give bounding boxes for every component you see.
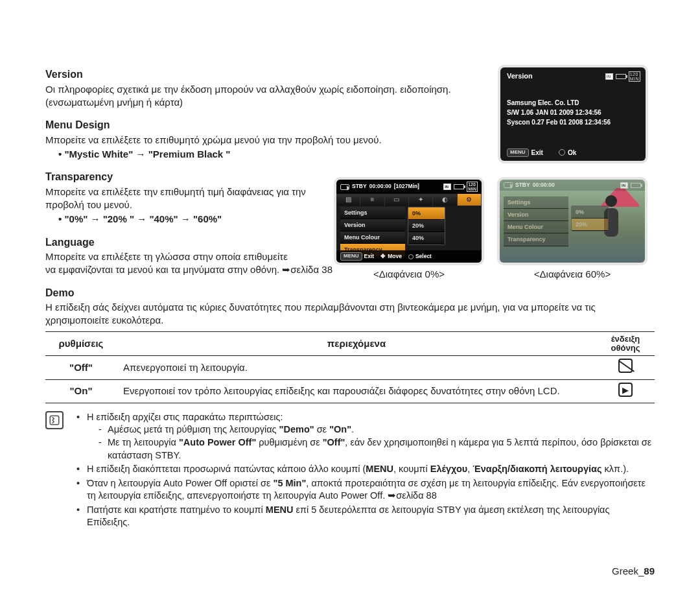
note-icon	[45, 411, 64, 429]
text-version: Οι πληροφορίες σχετικά με την έκδοση μπο…	[45, 83, 499, 110]
select-circle-icon	[408, 254, 414, 259]
stby-time: 00:00:00	[369, 183, 391, 190]
stby-top-bar-faded: STBY 00:00:00	[500, 180, 645, 191]
menu-design-option: "Mystic White" → "Premium Black "	[58, 148, 499, 161]
card-in-icon	[443, 184, 451, 190]
settings-menu-list: Settings Version Menu Colour Transparenc…	[340, 207, 405, 257]
exit-label: Exit	[531, 148, 543, 158]
text-language-1: Μπορείτε να επιλέξετε τη γλώσσα στην οπο…	[45, 250, 331, 263]
popout-option-0[interactable]: 0%	[572, 206, 608, 219]
popout-option-0[interactable]: 0%	[408, 208, 445, 220]
note-item: Πατήστε και κρατήστε πατημένο το κουμπί …	[74, 504, 655, 529]
transparency-options: "0%" → "20% " → "40%" → "60%"	[58, 213, 331, 226]
stby-panel-60pct: STBY 00:00:00 Settings Version Menu Colo…	[497, 177, 648, 265]
caption-60pct: <Διαφάνεια 60%>	[497, 268, 648, 281]
heading-menu-design: Menu Design	[45, 118, 499, 132]
cell-off-desc: Απενεργοποιεί τη λειτουργία.	[117, 356, 596, 379]
notes-list: Η επίδειξη αρχίζει στις παρακάτω περιπτώ…	[74, 411, 655, 530]
cell-on-desc: Ενεργοποιεί τον τρόπο λειτουργίας επίδει…	[117, 379, 596, 403]
page-number: Greek_89	[612, 565, 655, 578]
version-panel-body: Samsung Elec. Co. LTD S/W 1.06 JAN 01 20…	[507, 98, 639, 127]
caption-0pct: <Διαφάνεια 0%>	[334, 268, 484, 281]
menu-row-version[interactable]: Version	[504, 209, 568, 221]
heading-language: Language	[45, 235, 331, 250]
select-hint: Select	[408, 253, 432, 260]
popout-option-20[interactable]: 20%	[572, 219, 608, 231]
heading-version: Version	[45, 67, 499, 82]
transparency-popout-faded: 0% 20%	[571, 206, 609, 231]
th-contents: περιεχόμενα	[117, 331, 596, 356]
th-indicator: ένδειξη οθόνης	[596, 331, 655, 356]
note-sub-item: Αμέσως μετά τη ρύθμιση της λειτουργίας "…	[99, 423, 655, 436]
menu-pill-icon: MENU	[507, 148, 529, 157]
stby-bottom-bar: MENUExit ✥Move Select	[336, 250, 482, 263]
table-row: "On" Ενεργοποιεί τον τρόπο λειτουργίας ε…	[45, 379, 655, 403]
menu-row-settings[interactable]: Settings	[504, 196, 568, 209]
table-row: "Off" Απενεργοποιεί τη λειτουργία.	[45, 356, 655, 379]
stby-panel-0pct: STBY 00:00:00 [1027Min] 120MIN ▤ ≡ ▭ ✦ ◐	[334, 177, 484, 265]
version-sw: S/W 1.06 JAN 01 2009 12:34:56	[507, 108, 639, 117]
version-ok-button[interactable]: Ok	[559, 148, 576, 158]
heading-transparency: Transparency	[45, 170, 331, 184]
menu-row-settings[interactable]: Settings	[340, 207, 405, 219]
text-transparency: Μπορείτε να επιλέξετε την επιθυμητή τιμή…	[45, 185, 331, 212]
cell-on-label: "On"	[45, 379, 117, 403]
toolbar-tile-icon[interactable]: ≡	[360, 194, 384, 206]
ok-circle-icon	[559, 149, 565, 156]
menu-row-version[interactable]: Version	[340, 219, 405, 231]
toolbar-icons: ▤ ≡ ▭ ✦ ◐ ⚙	[336, 194, 482, 206]
toolbar-tile-icon[interactable]: ▤	[336, 194, 360, 206]
move-hint: ✥Move	[380, 253, 402, 260]
card-in-icon	[620, 182, 628, 189]
text-menu-design: Μπορείτε να επιλέξετε το επιθυμητό χρώμα…	[45, 134, 499, 147]
th-settings: ρυθμίσεις	[45, 331, 117, 356]
note-sub-item: Με τη λειτουργία "Auto Power Off" ρυθμισ…	[99, 436, 655, 462]
note-item: Όταν η λειτουργία Auto Power Off οριστεί…	[74, 477, 655, 503]
heading-demo: Demo	[45, 286, 655, 300]
card-in-icon	[605, 73, 613, 80]
transparency-popout: 0% 20% 40%	[408, 207, 445, 245]
toolbar-tile-icon[interactable]: ⚙	[458, 194, 482, 206]
text-demo: Η επίδειξη σάς δείχνει αυτόματα τις κύρι…	[45, 301, 655, 327]
dpad-icon: ✥	[380, 253, 386, 260]
demo-table: ρυθμίσεις περιεχόμενα ένδειξη οθόνης "Of…	[45, 331, 655, 403]
svg-rect-0	[50, 416, 59, 425]
minutes-icon: 120MIN	[467, 182, 478, 192]
battery-icon	[454, 184, 464, 189]
menu-row-menu-colour[interactable]: Menu Colour	[340, 231, 405, 244]
stby-top-bar: STBY 00:00:00 [1027Min] 120MIN	[336, 180, 482, 194]
popout-option-40[interactable]: 40%	[408, 232, 445, 244]
stby-label: STBY	[352, 183, 367, 190]
toolbar-tile-icon[interactable]: ▭	[385, 194, 409, 206]
version-exit-button[interactable]: MENU Exit	[507, 148, 543, 158]
version-panel-status-icons: 120MIN	[605, 71, 640, 82]
battery-icon	[616, 74, 626, 79]
stby-remain: [1027Min]	[394, 183, 419, 190]
popout-option-20[interactable]: 20%	[408, 220, 445, 232]
toolbar-tile-icon[interactable]: ✦	[409, 194, 433, 206]
minutes-icon: 120MIN	[629, 71, 640, 82]
battery-icon	[631, 183, 641, 188]
version-panel-frame: Version 120MIN Samsung Elec. Co. LTD S/W…	[498, 65, 648, 163]
exit-button[interactable]: MENUExit	[340, 252, 374, 261]
note-item: Η επίδειξη αρχίζει στις παρακάτω περιπτώ…	[74, 411, 655, 462]
demo-off-icon	[618, 359, 633, 373]
camera-icon	[340, 184, 349, 190]
version-company: Samsung Elec. Co. LTD	[507, 98, 639, 108]
note-item: Η επίδειξη διακόπτεται προσωρινά πατώντα…	[74, 463, 655, 476]
demo-on-icon	[618, 383, 633, 397]
cell-off-label: "Off"	[45, 356, 117, 379]
camera-icon	[504, 182, 513, 188]
ok-label: Ok	[568, 148, 576, 158]
version-syscon: Syscon 0.27 Feb 01 2008 12:34:56	[507, 117, 639, 127]
menu-row-menu-colour[interactable]: Menu Colour	[504, 221, 568, 233]
settings-menu-list-faded: Settings Version Menu Colour Transparenc…	[504, 196, 568, 246]
version-panel: Version 120MIN Samsung Elec. Co. LTD S/W…	[500, 67, 646, 161]
toolbar-tile-icon[interactable]: ◐	[433, 194, 457, 206]
menu-row-transparency[interactable]: Transparency	[504, 233, 568, 246]
